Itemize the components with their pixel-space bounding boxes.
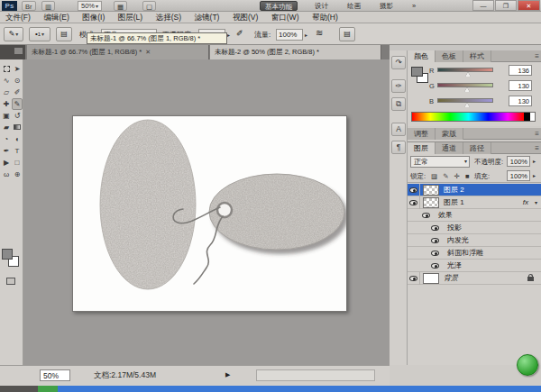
workspace-basic-button[interactable]: 基本功能 [260, 1, 298, 11]
green-value[interactable]: 130 [509, 80, 532, 91]
document-canvas[interactable] [72, 115, 347, 312]
foreground-color-swatch[interactable] [411, 67, 423, 77]
effect-row-bevel-emboss[interactable]: 斜面和浮雕 [408, 247, 541, 260]
layer-name[interactable]: 背景 [444, 272, 458, 285]
screen-mode-icon[interactable]: ▢ [142, 1, 156, 11]
crop-tool[interactable]: ▱ [1, 87, 12, 98]
healing-brush-tool[interactable]: ✚ [1, 98, 12, 110]
visibility-toggle[interactable] [429, 234, 442, 247]
tab-untitled-1[interactable]: 未标题-1 @ 66.7% (图层 1, RGB/8) *✕ [27, 45, 209, 59]
close-tab-icon[interactable]: ✕ [145, 49, 151, 55]
history-brush-tool[interactable]: ↺ [12, 110, 23, 122]
blend-mode-select[interactable]: 正常▾ [410, 156, 470, 168]
tab-masks[interactable]: 蒙版 [436, 128, 463, 140]
layer-thumbnail[interactable] [423, 185, 439, 196]
effect-row-satin[interactable]: 光泽 [408, 260, 541, 272]
color-spectrum-ramp[interactable] [411, 112, 536, 122]
shape-tool[interactable]: □ [12, 157, 23, 169]
menu-window[interactable]: 窗口(W) [266, 12, 305, 23]
airbrush-icon[interactable]: ≋ [316, 28, 323, 38]
move-tool[interactable]: ➤ [12, 63, 23, 75]
character-panel-icon[interactable]: A [391, 123, 406, 136]
menu-file[interactable]: 文件(F) [0, 12, 36, 23]
fill-arrow-icon[interactable]: ▸ [533, 172, 536, 178]
tab-paths[interactable]: 路径 [463, 142, 491, 154]
layer-thumbnail[interactable] [423, 273, 439, 284]
path-selection-tool[interactable]: ▶ [1, 157, 12, 169]
quick-mask-button[interactable] [6, 278, 15, 285]
effect-name[interactable]: 投影 [447, 222, 462, 234]
arrange-documents-icon[interactable]: ▦ [114, 1, 127, 11]
workspace-photo-button[interactable]: 摄影 [375, 1, 398, 11]
status-zoom-field[interactable]: 50% [40, 369, 70, 381]
panel-menu-icon[interactable]: ≡ [535, 50, 539, 62]
menu-edit[interactable]: 编辑(E) [38, 12, 74, 23]
lock-buttons[interactable]: ▨ ✎ ✛ ■ [431, 172, 471, 180]
brush-preset-picker[interactable]: •1▾ [29, 27, 50, 41]
paragraph-panel-icon[interactable]: ¶ [391, 141, 406, 154]
view-extras-icon[interactable]: ▥ [41, 1, 55, 11]
eyedropper-tool[interactable]: ✐ [12, 87, 23, 98]
blur-tool[interactable]: ◔ [1, 133, 12, 145]
tab-channels[interactable]: 通道 [436, 142, 463, 154]
tab-untitled-2[interactable]: 未标题-2 @ 50% (图层 2, RGB/8) * [210, 45, 381, 59]
type-tool[interactable]: T [12, 145, 23, 157]
workspace-paint-button[interactable]: 绘画 [343, 1, 365, 11]
menu-view[interactable]: 视图(V) [227, 12, 263, 23]
restore-button[interactable]: ❐ [495, 0, 517, 11]
menu-filter[interactable]: 滤镜(T) [189, 12, 225, 23]
fill-field[interactable]: 100% [507, 170, 530, 181]
visibility-toggle[interactable] [429, 260, 442, 272]
effect-name[interactable]: 斜面和浮雕 [447, 247, 483, 260]
status-flyout-icon[interactable]: ▶ [225, 371, 230, 378]
menu-layer[interactable]: 图层(L) [113, 12, 148, 23]
launch-bridge-icon[interactable]: Br [22, 1, 36, 11]
taskbar-green-item[interactable] [38, 386, 58, 392]
history-panel-icon[interactable]: ↷ [391, 56, 406, 69]
blue-slider-thumb[interactable] [464, 103, 470, 107]
layer-row-layer2[interactable]: 图层 2 [408, 184, 541, 196]
visibility-toggle[interactable] [429, 222, 442, 234]
canvas-area[interactable] [23, 59, 390, 365]
green-slider-thumb[interactable] [464, 87, 470, 92]
toggle-panels-icon[interactable]: ▤ [339, 27, 355, 41]
marquee-tool[interactable] [1, 63, 12, 75]
zoom-level-dropdown[interactable]: 50%▾ [78, 1, 102, 11]
menu-image[interactable]: 图像(I) [77, 12, 110, 23]
effect-row-inner-glow[interactable]: 内发光 [408, 234, 541, 247]
menu-help[interactable]: 帮助(H) [307, 12, 344, 23]
foreground-color-swatch[interactable] [2, 249, 13, 260]
dodge-tool[interactable]: ◖ [12, 133, 23, 145]
close-button[interactable]: ✕ [518, 0, 540, 11]
tab-layers[interactable]: 图层 [408, 142, 436, 154]
visibility-toggle[interactable] [408, 196, 420, 209]
layers-opacity-field[interactable]: 100% [507, 156, 530, 167]
menu-select[interactable]: 选择(S) [151, 12, 187, 23]
brush-tool-selected[interactable]: ✎ [12, 98, 23, 110]
hand-tool[interactable]: ω [1, 169, 12, 180]
fx-badge[interactable]: fx [523, 196, 528, 209]
panel-menu-icon[interactable]: ≡ [535, 128, 539, 140]
pen-pressure-icon[interactable]: ✐ [236, 29, 243, 38]
layer-row-layer1[interactable]: 图层 1 fx ▾ [408, 196, 541, 209]
effect-row-drop-shadow[interactable]: 投影 [408, 222, 541, 234]
visibility-toggle[interactable] [420, 209, 433, 222]
flow-field[interactable]: 100% [276, 29, 303, 41]
toggle-brush-panel-icon[interactable]: ▤ [56, 27, 72, 41]
red-value[interactable]: 136 [509, 65, 532, 76]
pen-tool[interactable]: ✒ [1, 145, 12, 157]
workspace-design-button[interactable]: 设计 [310, 1, 333, 11]
windows-taskbar[interactable] [0, 386, 541, 392]
panel-menu-icon[interactable]: ≡ [535, 142, 539, 154]
opacity-arrow-icon[interactable]: ▸ [533, 158, 536, 164]
tab-color[interactable]: 颜色 [408, 50, 436, 62]
tab-swatches[interactable]: 色板 [436, 50, 463, 62]
workspace-more-button[interactable]: » [408, 1, 420, 11]
toolbox-dock-header[interactable] [0, 45, 25, 59]
active-tool-icon[interactable]: ✎▾ [4, 27, 23, 41]
minimize-button[interactable]: — [472, 0, 494, 11]
quick-selection-tool[interactable]: ⊙ [12, 75, 23, 87]
effects-group-row[interactable]: 效果 [408, 209, 541, 222]
visibility-toggle[interactable] [408, 272, 420, 285]
effects-label[interactable]: 效果 [438, 209, 453, 222]
